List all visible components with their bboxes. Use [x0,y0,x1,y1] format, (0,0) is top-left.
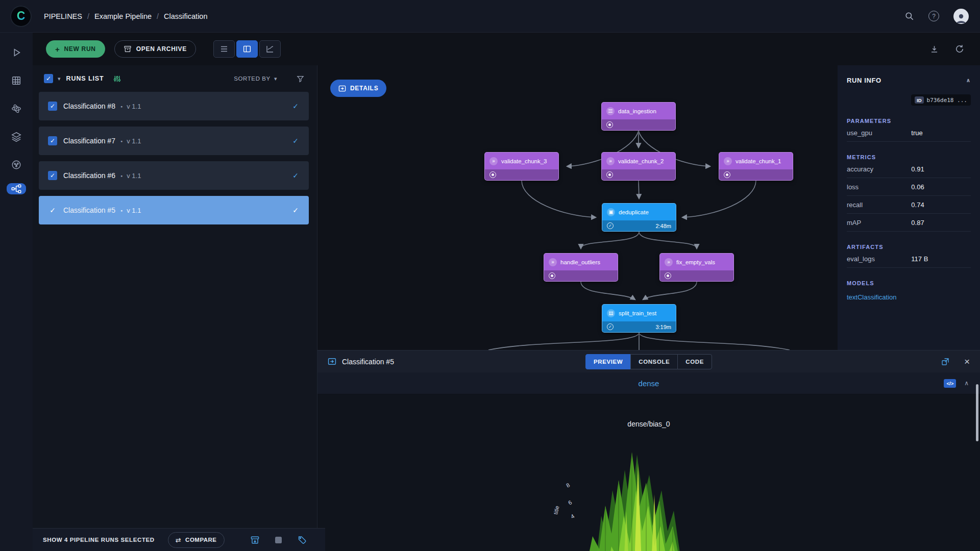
select-all-checkbox[interactable]: ✓ [44,74,53,83]
pipelines-icon [11,183,22,194]
abort-selected-button[interactable] [275,537,282,543]
chevron-down-icon[interactable]: ▾ [58,76,61,82]
breadcrumb-project[interactable]: Example Pipeline [94,12,152,20]
split-view-button[interactable] [236,40,258,58]
run-list-item[interactable]: ✓ Classification #7 ● v 1.1 ✓ [39,127,309,155]
tab-preview[interactable]: PREVIEW [585,354,631,369]
refresh-button[interactable] [954,44,965,54]
sliders-icon [113,74,121,83]
run-version: v 1.1 [127,172,141,180]
scrollbar[interactable] [976,384,978,441]
metric-value: 0.91 [911,165,924,173]
tab-console[interactable]: CONSOLE [630,354,678,369]
tag-selected-button[interactable] [297,535,307,545]
clearml-logo[interactable]: C [11,7,31,26]
run-checkbox[interactable]: ✓ [48,171,57,180]
footer-actions [250,535,307,545]
nav-pipelines[interactable] [7,183,26,194]
expand-button[interactable] [941,357,950,366]
help-button[interactable]: ? [928,11,939,21]
run-list-item-selected[interactable]: ✓ Classification #5 ● v 1.1 ✓ [39,196,309,224]
preview-header: Classification #5 PREVIEW CONSOLE CODE × [317,350,980,372]
close-icon[interactable]: × [964,357,970,366]
chart-view-button[interactable] [259,40,281,58]
table-view-icon [219,44,229,54]
dag-node-validate-chunk-2[interactable]: » validate_chunk_2 [601,152,676,181]
filter-button[interactable] [296,74,305,83]
node-header: ▤ split_train_test [602,305,676,321]
breadcrumb-pipeline[interactable]: Classification [164,12,207,20]
tune-icon[interactable] [113,74,121,83]
run-checkbox[interactable]: ✓ [48,136,57,145]
table-view-button[interactable] [213,40,235,58]
param-label: use_gpu [847,129,911,137]
collapse-chevron-icon[interactable]: ∧ [966,77,971,84]
run-status-check-icon: ✓ [292,171,299,180]
plot-group-bar[interactable]: dense </> ∧ [317,372,980,394]
avatar[interactable] [953,9,969,24]
dag-node-data-ingestion[interactable]: data_ingestion [601,102,676,131]
run-checkbox[interactable]: ✓ [48,206,57,215]
filter-icon [296,74,305,83]
nav-reports[interactable] [11,131,22,142]
dag-node-handle-outliers[interactable]: » handle_outliers [544,253,618,282]
plot-group-title: dense [639,379,659,388]
run-list-item[interactable]: ✓ Classification #8 ● v 1.1 ✓ [39,92,309,120]
metric-value: 0.06 [911,183,924,191]
open-archive-button[interactable]: OPEN ARCHIVE [114,40,196,58]
model-link[interactable]: textClassification [847,293,971,301]
run-checkbox[interactable]: ✓ [48,102,57,111]
nav-datasets[interactable] [11,75,22,86]
node-status-bar [485,169,558,180]
run-list-item[interactable]: ✓ Classification #6 ● v 1.1 ✓ [39,161,309,190]
question-icon: ? [932,13,936,20]
archive-selected-button[interactable] [250,535,260,545]
search-button[interactable] [904,11,914,21]
run-title: Classification #8 [63,102,115,110]
dag-node-fix-empty-vals[interactable]: » fix_empty_vals [659,253,734,282]
nav-models[interactable] [11,159,22,170]
frame-arrow-icon [328,357,336,366]
node-status-bar [719,169,793,180]
metric-label: loss [847,183,911,191]
dag-node-split-train-test[interactable]: ▤ split_train_test ✓ 3:19m [602,304,676,333]
metric-value: 0.87 [911,219,924,227]
metric-label: mAP [847,219,911,227]
tab-code[interactable]: CODE [677,354,712,369]
new-run-button[interactable]: + NEW RUN [46,40,105,58]
dag-node-deduplicate[interactable]: ▣ deduplicate ✓ 2:48m [602,203,676,232]
node-header: » fix_empty_vals [660,254,733,270]
preview-title: Classification #5 [342,358,394,366]
status-ring-icon [549,272,555,279]
dag-node-validate-chunk-1[interactable]: » validate_chunk_1 [719,152,793,181]
run-step-icon: » [606,157,615,165]
details-button[interactable]: DETAILS [330,80,386,97]
run-id-row: ID b736de18 ... [847,94,971,106]
run-title: Classification #5 [63,206,115,214]
collapse-chevron-icon[interactable]: ∧ [964,380,969,387]
surface-plot[interactable]: 8 6 4 title [524,434,758,551]
layers-icon [606,107,615,115]
status-ring-icon [606,171,613,178]
sorted-by-dropdown[interactable]: SORTED BY ▾ [234,76,277,82]
dag-node-validate-chunk-3[interactable]: » validate_chunk_3 [484,152,559,181]
toolbar-right-actions [929,44,967,54]
compare-label: COMPARE [185,537,216,543]
nav-hyperdatasets[interactable] [11,103,22,114]
breadcrumb-pipelines[interactable]: PIPELINES [44,12,82,20]
compare-button[interactable]: ⇄ COMPARE [168,532,225,548]
code-view-chip[interactable]: </> [944,379,956,388]
bullet-icon: ● [120,209,122,212]
run-version: v 1.1 [127,137,141,145]
pipeline-dag[interactable]: DETAILS data_ingestion » validate_chunk_… [317,65,838,350]
node-label: data_ingestion [618,108,656,114]
check-icon: ✓ [46,76,51,82]
nav-projects[interactable] [11,47,22,58]
artifacts-section-title: ARTIFACTS [847,244,971,250]
download-button[interactable] [929,44,939,54]
node-status-bar [602,119,675,130]
node-header: » validate_chunk_1 [719,153,793,169]
run-info-panel: RUN INFO ∧ ID b736de18 ... PARAMETERS us… [838,65,980,350]
metric-label: recall [847,201,911,209]
run-id-chip[interactable]: ID b736de18 ... [911,94,971,106]
